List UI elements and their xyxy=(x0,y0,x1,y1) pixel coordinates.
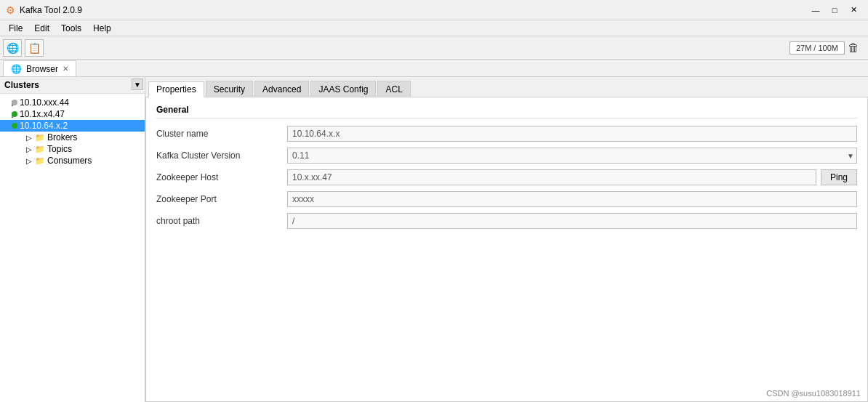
toolbar: 🌐 📋 27M / 100M 🗑 xyxy=(0,36,868,60)
value-kafka-version: 0.11 1.0 1.1 2.0 2.1 ▼ xyxy=(287,148,857,164)
watermark: CSDN @susu1083018911 xyxy=(766,389,861,398)
menu-file[interactable]: File xyxy=(3,22,28,35)
select-wrap-kafka-version: 0.11 1.0 1.1 2.0 2.1 ▼ xyxy=(287,148,857,164)
ping-button[interactable]: Ping xyxy=(821,169,857,185)
brokers-label: Brokers xyxy=(47,132,77,142)
sidebar: Clusters ▼ ▷ 10.10.xxx.44 ▷ 10.1x.x4.47 … xyxy=(0,77,145,402)
status-dot-cluster3 xyxy=(12,123,17,129)
browser-tab-close[interactable]: ✕ xyxy=(63,65,68,73)
tab-acl[interactable]: ACL xyxy=(377,81,410,97)
tab-advanced[interactable]: Advanced xyxy=(254,81,309,97)
menu-tools[interactable]: Tools xyxy=(55,22,87,35)
prop-row-kafka-version: Kafka Cluster Version 0.11 1.0 1.1 2.0 2… xyxy=(156,148,857,164)
prop-row-cluster-name: Cluster name xyxy=(156,126,857,142)
label-chroot-path: chroot path xyxy=(156,216,287,226)
folder-icon-topics: 📁 xyxy=(35,145,45,154)
right-panel: Properties Security Advanced JAAS Config… xyxy=(145,77,868,402)
tab-bar: 🌐 Browser ✕ xyxy=(0,60,868,77)
toolbar-btn-connect[interactable]: 🌐 xyxy=(3,39,22,57)
input-zookeeper-port[interactable] xyxy=(287,191,857,207)
expand-icon-topics: ▷ xyxy=(23,145,35,153)
browser-tab-label: Browser xyxy=(26,64,58,74)
cluster3-label: 10.10.64.x.2 xyxy=(20,121,68,131)
trash-icon[interactable]: 🗑 xyxy=(848,41,859,55)
status-dot-cluster1 xyxy=(12,100,17,105)
topics-label: Topics xyxy=(47,144,72,154)
folder-icon-consumers: 📁 xyxy=(35,156,45,166)
label-zookeeper-port: Zookeeper Port xyxy=(156,194,287,204)
label-kafka-version: Kafka Cluster Version xyxy=(156,150,287,161)
cluster2-label: 10.1x.x4.47 xyxy=(20,109,65,119)
value-zookeeper-port xyxy=(287,191,857,207)
cluster1-label: 10.10.xxx.44 xyxy=(20,97,69,108)
sidebar-title: Clusters xyxy=(4,80,39,90)
property-tabs: Properties Security Advanced JAAS Config… xyxy=(145,77,868,97)
app-icon: ⚙ xyxy=(6,4,15,16)
prop-row-zookeeper-port: Zookeeper Port xyxy=(156,191,857,207)
sidebar-item-consumers[interactable]: ▷ 📁 Consumers xyxy=(0,155,145,166)
expand-icon-brokers: ▷ xyxy=(23,134,35,142)
expand-icon-cluster1: ▷ xyxy=(0,99,12,107)
value-chroot-path xyxy=(287,213,857,229)
input-chroot-path[interactable] xyxy=(287,213,857,229)
toolbar-left: 🌐 📋 xyxy=(3,39,44,57)
menu-bar: File Edit Tools Help xyxy=(0,20,868,36)
maximize-button[interactable]: □ xyxy=(826,2,843,18)
toolbar-right: 27M / 100M 🗑 xyxy=(789,41,859,55)
minimize-button[interactable]: — xyxy=(807,2,824,18)
folder-icon-brokers: 📁 xyxy=(35,133,45,142)
status-dot-cluster2 xyxy=(12,111,17,117)
toolbar-btn-clipboard[interactable]: 📋 xyxy=(25,39,44,57)
sidebar-item-brokers[interactable]: ▷ 📁 Brokers xyxy=(0,132,145,143)
tab-jaas-config[interactable]: JAAS Config xyxy=(310,81,376,97)
tab-security[interactable]: Security xyxy=(206,81,253,97)
title-bar: ⚙ Kafka Tool 2.0.9 — □ ✕ xyxy=(0,0,868,20)
input-zookeeper-host[interactable] xyxy=(287,169,816,185)
value-zookeeper-host: Ping xyxy=(287,169,857,185)
browser-tab-icon: 🌐 xyxy=(11,64,22,74)
browser-tab[interactable]: 🌐 Browser ✕ xyxy=(3,60,76,76)
expand-icon-consumers: ▷ xyxy=(23,157,35,165)
sidebar-scroll-btn[interactable]: ▼ xyxy=(132,79,143,90)
properties-panel: General Cluster name Kafka Cluster Versi… xyxy=(145,97,868,402)
sidebar-header: Clusters ▼ xyxy=(0,77,145,94)
prop-row-chroot-path: chroot path xyxy=(156,213,857,229)
expand-icon-cluster2: ▷ xyxy=(0,110,12,118)
main-content: Clusters ▼ ▷ 10.10.xxx.44 ▷ 10.1x.x4.47 … xyxy=(0,77,868,402)
sidebar-item-cluster2[interactable]: ▷ 10.1x.x4.47 xyxy=(0,108,145,120)
consumers-label: Consumers xyxy=(47,156,92,166)
prop-row-zookeeper-host: Zookeeper Host Ping xyxy=(156,169,857,185)
sidebar-item-cluster1[interactable]: ▷ 10.10.xxx.44 xyxy=(0,97,145,108)
sidebar-item-topics[interactable]: ▷ 📁 Topics xyxy=(0,143,145,155)
close-button[interactable]: ✕ xyxy=(845,2,862,18)
value-cluster-name xyxy=(287,126,857,142)
menu-edit[interactable]: Edit xyxy=(28,22,55,35)
window-controls: — □ ✕ xyxy=(807,2,862,18)
menu-help[interactable]: Help xyxy=(87,22,117,35)
expand-icon-cluster3: ▼ xyxy=(0,122,12,130)
select-kafka-version[interactable]: 0.11 1.0 1.1 2.0 2.1 xyxy=(287,148,857,164)
app-title: Kafka Tool 2.0.9 xyxy=(20,5,807,15)
label-zookeeper-host: Zookeeper Host xyxy=(156,172,287,182)
memory-indicator: 27M / 100M xyxy=(789,41,845,55)
section-general: General xyxy=(156,105,857,118)
label-cluster-name: Cluster name xyxy=(156,129,287,139)
sidebar-item-cluster3[interactable]: ▼ 10.10.64.x.2 xyxy=(0,120,145,132)
tree-root: ▷ 10.10.xxx.44 ▷ 10.1x.x4.47 ▼ 10.10.64.… xyxy=(0,94,145,169)
input-cluster-name[interactable] xyxy=(287,126,857,142)
tab-properties[interactable]: Properties xyxy=(148,81,204,97)
